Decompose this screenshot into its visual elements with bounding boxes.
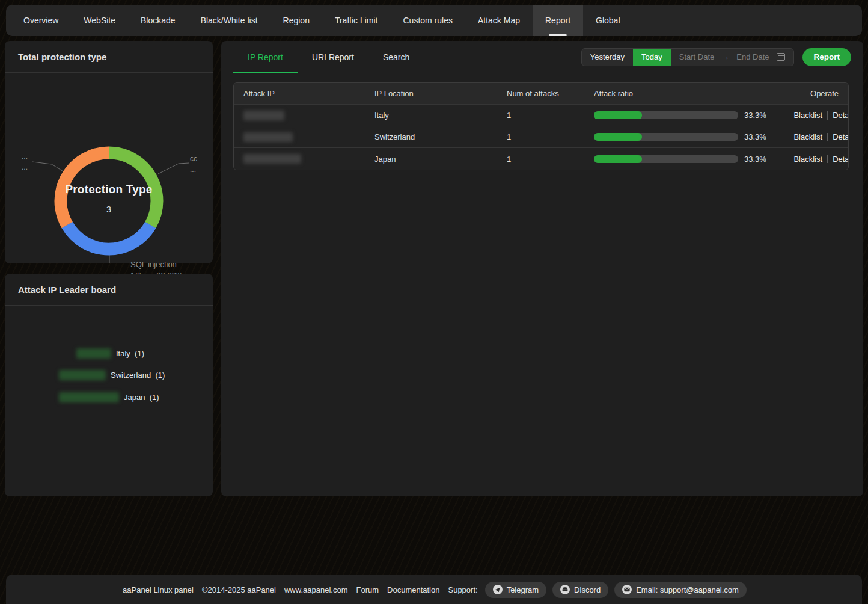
nav-overview[interactable]: Overview [11, 5, 71, 36]
ip-location-value: Japan [374, 155, 507, 164]
col-attack-ip: Attack IP [243, 89, 374, 98]
ratio-bar-track [594, 155, 738, 163]
table-row: Italy 1 33.3% Blacklist Details [234, 105, 848, 126]
total-protection-panel: Total protection type Protection Type 3 … [5, 41, 213, 263]
leaderboard-bar-blurred-ip [76, 348, 111, 359]
details-link[interactable]: Details [833, 132, 849, 141]
start-date-placeholder[interactable]: Start Date [679, 52, 715, 61]
num-attacks-value: 1 [507, 155, 594, 164]
pie-label-cc-value: ... [190, 164, 197, 175]
col-ip-location: IP Location [374, 89, 507, 98]
leaderboard-count: (1) [135, 349, 144, 358]
ratio-value: 33.3% [744, 111, 766, 120]
action-divider [827, 111, 828, 120]
end-date-placeholder[interactable]: End Date [736, 52, 769, 61]
nav-black-white-list[interactable]: Black/White list [188, 5, 270, 36]
nav-blockade[interactable]: Blockade [128, 5, 188, 36]
leaderboard-country: Japan [124, 393, 145, 402]
leaderboard-label: Italy (1) [116, 349, 144, 358]
footer-support-label: Support: [448, 585, 477, 594]
blurred-attack-ip [243, 111, 284, 120]
tab-uri-report[interactable]: URI Report [298, 41, 368, 73]
nav-region[interactable]: Region [270, 5, 322, 36]
blurred-attack-ip [243, 154, 301, 164]
donut-svg [5, 73, 213, 263]
footer-forum-link[interactable]: Forum [356, 585, 379, 594]
report-panel: IP Report URI Report Search Yesterday To… [221, 41, 863, 496]
blacklist-link[interactable]: Blacklist [793, 155, 822, 164]
donut-center-value: 3 [55, 204, 163, 214]
ratio-value: 33.3% [744, 155, 766, 164]
footer-copyright: ©2014-2025 aaPanel [202, 585, 276, 594]
telegram-button[interactable]: Telegram [485, 582, 546, 598]
leaderboard-panel-title: Attack IP Leader board [5, 274, 213, 306]
table-row: Switzerland 1 33.3% Blacklist Details [234, 126, 848, 148]
report-header: IP Report URI Report Search Yesterday To… [221, 41, 863, 73]
nav-traffic-limit[interactable]: Traffic Limit [322, 5, 391, 36]
leaderboard-row: Italy (1) [76, 347, 144, 359]
table-header-row: Attack IP IP Location Num of attacks Att… [234, 83, 848, 105]
attack-ip-leaderboard-panel: Attack IP Leader board Italy (1) Switzer… [5, 274, 213, 496]
yesterday-button[interactable]: Yesterday [582, 49, 633, 66]
top-navbar: Overview WebSite Blockade Black/White li… [6, 5, 862, 36]
label-line-right [158, 163, 189, 174]
pie-label-sql-name: SQL injection [130, 259, 183, 270]
discord-label: Discord [574, 585, 601, 594]
blurred-attack-ip [243, 132, 293, 142]
date-arrow-icon: → [721, 52, 729, 61]
leaderboard-label: Switzerland (1) [111, 371, 165, 380]
nav-custom-rules[interactable]: Custom rules [391, 5, 465, 36]
leaderboard-row: Japan (1) [59, 391, 159, 403]
leaderboard-count: (1) [150, 393, 159, 402]
report-button[interactable]: Report [802, 48, 852, 66]
leaderboard-count: (1) [155, 371, 165, 380]
email-icon [622, 585, 632, 594]
email-button[interactable]: Email: support@aapanel.com [614, 582, 747, 598]
pie-label-left-name: ... [22, 151, 28, 162]
attack-ratio-cell: 33.3% [594, 132, 766, 141]
action-divider [827, 155, 828, 163]
leaderboard-bar-blurred-ip [59, 370, 106, 380]
ratio-bar-fill [594, 155, 642, 163]
details-link[interactable]: Details [833, 111, 849, 120]
pie-label-cc: cc ... [190, 153, 197, 175]
discord-icon [560, 585, 570, 594]
leaderboard-country: Switzerland [111, 371, 151, 380]
leaderboard-row: Switzerland (1) [59, 369, 165, 381]
donut-center-text: Protection Type 3 [55, 183, 163, 214]
nav-attack-map[interactable]: Attack Map [465, 5, 533, 36]
table-row: Japan 1 33.3% Blacklist Details [234, 148, 848, 170]
details-link[interactable]: Details [833, 155, 849, 164]
today-button[interactable]: Today [633, 49, 671, 66]
tab-search[interactable]: Search [368, 41, 424, 73]
blacklist-link[interactable]: Blacklist [793, 132, 822, 141]
nav-global[interactable]: Global [583, 5, 632, 36]
leaderboard-label: Japan (1) [124, 393, 159, 402]
donut-center-label: Protection Type [55, 183, 163, 196]
footer-site-link[interactable]: www.aapanel.com [284, 585, 348, 594]
discord-button[interactable]: Discord [552, 582, 608, 598]
ip-location-value: Switzerland [374, 132, 507, 141]
num-attacks-value: 1 [507, 111, 594, 120]
ratio-bar-track [594, 133, 738, 141]
pie-label-cc-name: cc [190, 153, 197, 164]
ratio-bar-fill [594, 111, 642, 119]
ratio-value: 33.3% [744, 132, 766, 141]
footer: aaPanel Linux panel ©2014-2025 aaPanel w… [6, 575, 862, 604]
leaderboard-chart: Italy (1) Switzerland (1) Japan (1) [5, 306, 213, 496]
nav-website[interactable]: WebSite [71, 5, 128, 36]
footer-docs-link[interactable]: Documentation [387, 585, 439, 594]
num-attacks-value: 1 [507, 132, 594, 141]
protection-panel-title: Total protection type [5, 41, 213, 73]
attack-ratio-cell: 33.3% [594, 155, 766, 164]
tab-ip-report[interactable]: IP Report [233, 41, 298, 73]
custom-date-range[interactable]: Start Date → End Date [671, 52, 793, 61]
blacklist-link[interactable]: Blacklist [793, 111, 822, 120]
nav-report[interactable]: Report [533, 5, 583, 36]
leaderboard-bar-blurred-ip [59, 392, 119, 402]
telegram-icon [493, 585, 503, 594]
attack-ratio-cell: 33.3% [594, 111, 766, 120]
pie-label-left-value: ... [22, 162, 28, 173]
calendar-icon[interactable] [777, 53, 785, 61]
leaderboard-country: Italy [116, 349, 130, 358]
